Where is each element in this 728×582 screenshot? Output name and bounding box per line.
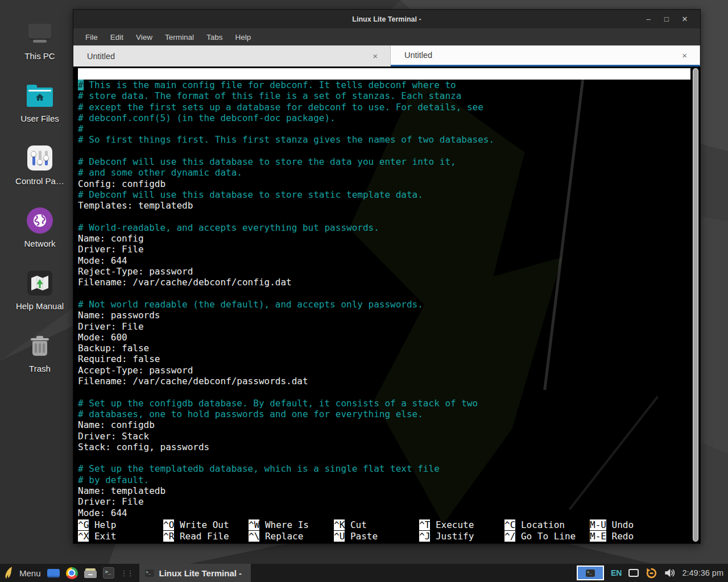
shortcut-where-is: ^W Where Is bbox=[249, 519, 334, 530]
terminal-line: Driver: File bbox=[78, 244, 690, 255]
menu-button[interactable]: Menu bbox=[19, 568, 41, 578]
terminal-line: # Debconf will use this database to stor… bbox=[78, 156, 690, 167]
shortcut-key: ^W bbox=[249, 519, 259, 530]
terminal-line bbox=[78, 146, 690, 156]
terminal-line: # Debconf will use this database to stor… bbox=[78, 189, 690, 200]
desktop-icon-label: Help Manual bbox=[16, 301, 64, 311]
terminal-line: Filename: /var/cache/debconf/passwords.d… bbox=[78, 376, 690, 386]
window-app-icon[interactable] bbox=[47, 569, 60, 577]
shortcut-paste: ^U Paste bbox=[334, 531, 419, 542]
terminal-line: Filename: /var/cache/debconf/config.dat bbox=[78, 277, 690, 288]
shortcut-key: ^T bbox=[419, 519, 430, 530]
shortcut-location: ^C Location bbox=[504, 519, 590, 530]
task-button-terminal[interactable]: >_ Linux Lite Terminal - bbox=[139, 564, 251, 582]
shortcut-key: ^C bbox=[504, 519, 515, 530]
globe-icon bbox=[27, 205, 53, 236]
shortcut-write-out: ^O Write Out bbox=[163, 519, 249, 530]
terminal-screen[interactable]: GNU nano 7.2 /etc/debconf.conf # This is… bbox=[73, 66, 700, 543]
shortcut-undo: M-U Undo bbox=[590, 519, 675, 530]
shortcut-key: ^X bbox=[78, 531, 89, 542]
workspace-pager[interactable]: >_ bbox=[577, 566, 604, 580]
menu-view[interactable]: View bbox=[130, 33, 159, 41]
menu-file[interactable]: File bbox=[79, 33, 104, 41]
terminal-line: Reject-Type: password bbox=[78, 266, 690, 277]
taskbar: Menu >_ ⋮⋮ >_ Linux Lite Terminal - >_ E… bbox=[0, 564, 728, 582]
taskbar-left: Menu >_ ⋮⋮ >_ Linux Lite Terminal - bbox=[0, 564, 251, 582]
terminal-line bbox=[78, 452, 690, 463]
taskbar-handle[interactable]: ⋮⋮ bbox=[121, 569, 133, 577]
terminal-scrollbar[interactable] bbox=[693, 68, 698, 542]
terminal-line bbox=[78, 288, 690, 299]
tab-label: Untitled bbox=[391, 51, 432, 60]
desktop-icon-user-files[interactable]: User Files bbox=[2, 80, 77, 142]
desktop-icon-network[interactable]: Network bbox=[2, 205, 77, 267]
linuxlite-logo-icon[interactable] bbox=[4, 567, 13, 579]
tab-1[interactable]: Untitled× bbox=[73, 45, 391, 66]
task-button-label: Linux Lite Terminal - bbox=[159, 568, 242, 578]
terminal-line: Name: config bbox=[78, 233, 690, 244]
menu-bar: FileEditViewTerminalTabsHelp bbox=[73, 28, 700, 45]
speaker-icon[interactable] bbox=[664, 568, 675, 577]
terminal-line: Name: configdb bbox=[78, 419, 690, 430]
tab-close-icon[interactable]: × bbox=[373, 51, 390, 61]
terminal-line: # debconf.conf(5) (in the debconf-doc pa… bbox=[78, 113, 690, 123]
terminal-icon: >_ bbox=[145, 569, 154, 577]
window-titlebar[interactable]: Linux Lite Terminal - – □ ✕ bbox=[73, 10, 700, 28]
help-manual-icon bbox=[27, 267, 52, 299]
menu-terminal[interactable]: Terminal bbox=[159, 33, 200, 41]
shortcut-execute: ^T Execute bbox=[419, 519, 504, 530]
desktop-icon-label: This PC bbox=[24, 51, 55, 61]
desktop-icon-label: Control Pa… bbox=[15, 176, 64, 186]
terminal-line: # and some other dynamic data. bbox=[78, 167, 690, 178]
system-tray: >_ EN 2:49:36 pm bbox=[577, 564, 728, 582]
terminal-line: Mode: 600 bbox=[78, 332, 690, 343]
minimize-button[interactable]: – bbox=[643, 15, 653, 23]
tab-2[interactable]: Untitled× bbox=[391, 45, 700, 66]
terminal-line bbox=[78, 211, 690, 222]
shortcut-key: ^/ bbox=[504, 531, 515, 542]
desktop-icon-trash[interactable]: Trash bbox=[2, 330, 77, 392]
shortcut-key: M-E bbox=[590, 531, 606, 542]
shortcut-justify: ^J Justify bbox=[419, 531, 504, 542]
close-button[interactable]: ✕ bbox=[680, 15, 690, 23]
display-icon[interactable] bbox=[628, 569, 639, 577]
desktop-icon-this-pc[interactable]: This PC bbox=[2, 17, 77, 80]
nano-shortcut-bar: ^G Help^O Write Out^W Where Is^K Cut^T E… bbox=[78, 519, 690, 542]
terminal-line: # databases, one to hold passwords and o… bbox=[78, 409, 690, 419]
terminal-line: # store data. The format of this file is… bbox=[78, 90, 690, 101]
shortcut-row: ^G Help^O Write Out^W Where Is^K Cut^T E… bbox=[78, 519, 690, 530]
chrome-icon[interactable] bbox=[66, 567, 78, 579]
update-icon[interactable] bbox=[646, 567, 657, 579]
shortcut-replace: ^\ Replace bbox=[249, 531, 334, 542]
scrollbar-thumb[interactable] bbox=[693, 69, 698, 541]
tab-label: Untitled bbox=[73, 52, 115, 61]
trash-icon bbox=[31, 330, 49, 361]
desktop-icon-label: Network bbox=[24, 239, 55, 248]
shortcut-key: ^R bbox=[163, 531, 174, 542]
terminal-line: Config: configdb bbox=[78, 178, 690, 189]
clock[interactable]: 2:49:36 pm bbox=[682, 568, 723, 577]
tab-bar: Untitled×Untitled× bbox=[73, 45, 700, 66]
terminal-line: # This is the main config file for debco… bbox=[78, 80, 690, 90]
menu-tabs[interactable]: Tabs bbox=[200, 33, 229, 41]
home-folder-icon bbox=[27, 80, 53, 111]
desktop-icon-label: Trash bbox=[29, 364, 51, 373]
terminal-line: # bbox=[78, 123, 690, 134]
terminal-line: # except the first sets up a database fo… bbox=[78, 102, 690, 113]
shortcut-read-file: ^R Read File bbox=[163, 531, 249, 542]
terminal-line: Name: passwords bbox=[78, 310, 690, 321]
maximize-button[interactable]: □ bbox=[661, 15, 672, 23]
shortcut-key: ^J bbox=[419, 531, 430, 542]
language-indicator[interactable]: EN bbox=[611, 568, 622, 577]
desktop-icon-control-panel[interactable]: Control Pa… bbox=[2, 142, 77, 205]
shortcut-key: ^K bbox=[334, 519, 345, 530]
terminal-content[interactable]: # This is the main config file for debco… bbox=[78, 80, 690, 518]
menu-edit[interactable]: Edit bbox=[104, 33, 130, 41]
shortcut-key: ^\ bbox=[249, 531, 259, 542]
desktop-icon-help-manual[interactable]: Help Manual bbox=[2, 267, 77, 330]
tab-close-icon[interactable]: × bbox=[682, 51, 700, 60]
file-manager-icon[interactable] bbox=[84, 568, 97, 578]
desktop-icon-label: User Files bbox=[20, 114, 59, 123]
terminal-launcher-icon[interactable]: >_ bbox=[103, 567, 114, 579]
menu-help[interactable]: Help bbox=[229, 33, 258, 41]
